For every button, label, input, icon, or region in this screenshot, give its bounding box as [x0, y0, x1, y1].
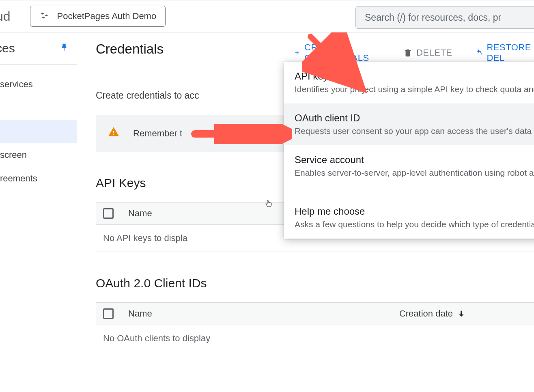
sort-down-icon — [457, 309, 466, 318]
sidebar-item-library[interactable] — [0, 96, 77, 120]
select-all-checkbox[interactable] — [103, 208, 114, 219]
sidebar-item-services[interactable]: services — [0, 73, 77, 96]
sidebar-item-consent-screen[interactable]: screen — [0, 143, 77, 167]
column-creation-label: Creation date — [399, 308, 453, 319]
menu-item-desc: Asks a few questions to help you decide … — [295, 220, 534, 229]
svg-marker-2 — [41, 17, 45, 18]
banner-text: Remember t — [133, 128, 182, 139]
menu-item-desc: Enables server-to-server, app-level auth… — [295, 168, 534, 178]
sidebar: ces services screen reements — [0, 32, 77, 392]
menu-item-api-key[interactable]: API key Identifies your project using a … — [284, 62, 534, 103]
plus-icon — [294, 48, 300, 57]
trash-icon — [403, 48, 412, 57]
menu-item-title: Service account — [295, 154, 534, 166]
column-name[interactable]: Name — [128, 208, 152, 219]
oauth-clients-title: OAuth 2.0 Client IDs — [96, 276, 534, 290]
project-name: PocketPages Auth Demo — [57, 11, 157, 22]
delete-button[interactable]: DELETE — [403, 47, 452, 58]
sidebar-item-credentials[interactable] — [0, 120, 77, 143]
project-icon — [39, 11, 50, 22]
column-creation-date[interactable]: Creation date — [399, 308, 466, 319]
menu-item-title: API key — [295, 71, 534, 82]
pin-icon[interactable] — [60, 42, 69, 55]
menu-item-service-account[interactable]: Service account Enables server-to-server… — [284, 145, 534, 187]
sidebar-item-agreements[interactable]: reements — [0, 167, 77, 190]
content: Credentials CREATE CREDENTIALS DELETE RE… — [77, 32, 534, 392]
menu-item-desc: Requests user consent so your app can ac… — [295, 126, 534, 136]
undo-icon — [475, 48, 483, 57]
project-selector[interactable]: PocketPages Auth Demo — [30, 6, 166, 27]
select-all-checkbox[interactable] — [103, 308, 114, 319]
restore-deleted-button[interactable]: RESTORE DEL — [475, 42, 534, 63]
svg-marker-0 — [41, 13, 44, 14]
cursor-pointer-icon — [265, 199, 273, 210]
restore-label: RESTORE DEL — [487, 42, 534, 63]
search-input[interactable]: Search (/) for resources, docs, pr — [355, 6, 534, 29]
sidebar-title: ces — [0, 41, 15, 55]
top-bar: ud PocketPages Auth Demo Search (/) for … — [0, 0, 534, 32]
toolbar: CREATE CREDENTIALS DELETE RESTORE DEL — [294, 42, 534, 63]
menu-item-oauth-client-id[interactable]: OAuth client ID Requests user consent so… — [284, 103, 534, 145]
create-credentials-menu: API key Identifies your project using a … — [284, 62, 534, 239]
cloud-logo-text: ud — [0, 9, 18, 24]
svg-marker-1 — [45, 15, 48, 16]
create-credentials-label: CREATE CREDENTIALS — [304, 42, 381, 63]
warning-icon — [108, 126, 119, 140]
search-placeholder: Search (/) for resources, docs, pr — [365, 12, 501, 23]
menu-item-help-me-choose[interactable]: Help me choose Asks a few questions to h… — [284, 197, 534, 239]
oauth-header: Name Creation date — [96, 302, 534, 325]
delete-label: DELETE — [416, 47, 452, 58]
menu-item-title: Help me choose — [295, 206, 534, 217]
oauth-table: Name Creation date No OAuth clients to d… — [96, 302, 534, 352]
page-title: Credentials — [96, 41, 164, 57]
oauth-empty: No OAuth clients to display — [96, 325, 534, 352]
menu-item-desc: Identifies your project using a simple A… — [295, 84, 534, 94]
create-credentials-button[interactable]: CREATE CREDENTIALS — [294, 42, 381, 63]
menu-item-title: OAuth client ID — [295, 112, 534, 124]
column-name[interactable]: Name — [128, 308, 152, 319]
